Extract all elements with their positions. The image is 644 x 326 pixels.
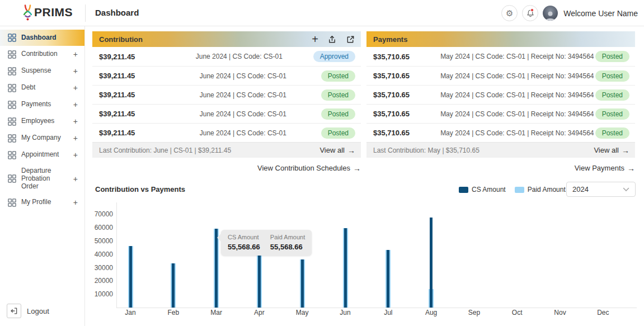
- sidebar-item-my-company[interactable]: My Company+: [0, 130, 84, 147]
- payments-view-all-link[interactable]: View all →: [594, 146, 629, 155]
- table-row[interactable]: $35,710.65May 2024 | CS Code: CS-01 | Re…: [366, 85, 635, 104]
- contribution-link-row: View Contribution Schedules →: [92, 163, 361, 173]
- topbar-right: ⚙ Welcome User Name: [501, 0, 638, 26]
- x-axis-label: Mar: [199, 309, 234, 316]
- sidebar-item-my-profile[interactable]: My Profile+: [0, 194, 84, 211]
- logout-button[interactable]: Logout: [7, 304, 49, 318]
- logout-label: Logout: [27, 307, 49, 315]
- brand[interactable]: PRIMS: [23, 4, 73, 21]
- contribution-panel-title: Contribution: [99, 35, 312, 44]
- grid-icon: [8, 34, 16, 42]
- x-axis-label: Sep: [456, 309, 492, 316]
- x-axis-line: [116, 308, 637, 308]
- status-badge: Posted: [595, 70, 629, 82]
- view-payments-link[interactable]: View Payments →: [575, 164, 635, 173]
- arrow-right-icon: →: [627, 164, 635, 173]
- cs-amount-bar[interactable]: [344, 228, 347, 308]
- row-amount: $35,710.65: [373, 110, 439, 118]
- plus-icon[interactable]: +: [72, 67, 79, 75]
- table-row[interactable]: $35,710.65May 2024 | CS Code: CS-01 | Re…: [366, 66, 635, 85]
- x-axis-label: May: [284, 309, 320, 316]
- plus-icon[interactable]: +: [72, 83, 79, 92]
- welcome-text: Welcome User Name: [563, 9, 638, 18]
- table-row[interactable]: $39,211.45June 2024 | CS Code: CS-01Post…: [92, 85, 361, 104]
- chevron-down-icon: [623, 187, 629, 192]
- x-axis-label: Jun: [327, 309, 363, 316]
- payments-panel-header: Payments: [366, 31, 635, 47]
- settings-button[interactable]: ⚙: [501, 5, 518, 21]
- cs-amount-bar[interactable]: [129, 246, 132, 308]
- paid-amount-swatch: [515, 187, 524, 193]
- page-title: Dashboard: [95, 8, 139, 17]
- cs-amount-bar[interactable]: [258, 248, 261, 308]
- grid-icon: [8, 199, 16, 207]
- table-row[interactable]: $35,710.65May 2024 | CS Code: CS-01 | Re…: [366, 123, 635, 142]
- brand-name: PRIMS: [34, 6, 73, 19]
- sidebar-item-label: Contribution: [21, 50, 67, 58]
- plus-icon[interactable]: +: [72, 100, 79, 109]
- notifications-button[interactable]: [522, 5, 538, 21]
- year-select[interactable]: 2024: [566, 182, 636, 197]
- contribution-panel-header: Contribution +: [92, 31, 361, 47]
- sidebar-item-appointment[interactable]: Appointment+: [0, 147, 84, 163]
- logout-icon: [7, 304, 21, 318]
- contribution-rows: $39,211.45June 2024 | CS Code: CS-01Appr…: [92, 47, 361, 142]
- arrow-right-icon: →: [622, 146, 629, 155]
- tooltip-cs-column: CS Amount 55,568.66: [228, 234, 260, 252]
- sidebar-item-debt[interactable]: Debt+: [0, 79, 84, 96]
- row-amount: $39,211.45: [99, 91, 165, 99]
- last-contribution-summary: Last Contribution: June | CS-01 | $39,21…: [99, 147, 231, 154]
- table-row[interactable]: $39,211.45June 2024 | CS Code: CS-01Post…: [92, 123, 361, 142]
- row-amount: $39,211.45: [99, 129, 165, 137]
- x-axis-label: Feb: [156, 309, 191, 316]
- upload-icon: [327, 35, 337, 44]
- legend-item-paid-amount[interactable]: Paid Amount: [515, 186, 566, 193]
- chart-tooltip: CS Amount 55,568.66 Paid Amount 55,568.6…: [221, 230, 312, 256]
- contribution-view-all-link[interactable]: View all →: [319, 146, 355, 155]
- plus-icon[interactable]: +: [72, 150, 79, 159]
- plus-icon[interactable]: +: [72, 174, 79, 183]
- row-detail: May 2024 | CS Code: CS-01 | Receipt No: …: [439, 72, 595, 80]
- status-badge: Posted: [321, 89, 355, 101]
- status-badge: Posted: [321, 70, 355, 82]
- contribution-panel-footer: Last Contribution: June | CS-01 | $39,21…: [92, 142, 361, 158]
- cs-amount-bar[interactable]: [301, 259, 304, 308]
- sidebar-item-departure-probation-order[interactable]: Departure Probation Order+: [0, 163, 84, 194]
- sidebar-item-payments[interactable]: Payments+: [0, 96, 84, 113]
- grid-icon: [8, 174, 16, 183]
- chart-legend: CS Amount Paid Amount: [459, 186, 566, 193]
- cs-amount-bar[interactable]: [215, 229, 218, 308]
- table-row[interactable]: $39,211.45June 2024 | CS Code: CS-01Post…: [92, 66, 361, 85]
- x-axis-label: Oct: [499, 309, 535, 316]
- x-axis-label: Jan: [112, 309, 148, 316]
- sidebar-item-employees[interactable]: Employees+: [0, 113, 84, 130]
- table-row[interactable]: $35,710.65May 2024 | CS Code: CS-01 | Re…: [366, 104, 635, 123]
- open-contribution-external-button[interactable]: [346, 35, 355, 44]
- sidebar-item-label: Departure Probation Order: [21, 167, 67, 190]
- add-contribution-button[interactable]: +: [312, 34, 318, 45]
- plus-icon[interactable]: +: [72, 134, 79, 143]
- plus-icon[interactable]: +: [72, 117, 79, 126]
- avatar[interactable]: [543, 6, 558, 21]
- row-detail: May 2024 | CS Code: CS-01 | Receipt No: …: [439, 110, 595, 118]
- sidebar-item-suspense[interactable]: Suspense+: [0, 63, 84, 79]
- arrow-right-icon: →: [347, 146, 355, 155]
- last-payment-summary: Last Contribution: May | $35,710.65: [373, 147, 480, 154]
- table-row[interactable]: $35,710.65May 2024 | CS Code: CS-01 | Re…: [366, 47, 635, 66]
- status-badge: Posted: [321, 127, 355, 139]
- plus-icon[interactable]: +: [72, 50, 79, 59]
- cs-amount-bar[interactable]: [172, 263, 175, 308]
- cs-amount-bar[interactable]: [430, 218, 433, 308]
- plus-icon[interactable]: +: [72, 198, 79, 207]
- cs-amount-bar[interactable]: [387, 250, 389, 308]
- status-badge: Posted: [595, 51, 629, 62]
- view-contribution-schedules-link[interactable]: View Contribution Schedules →: [257, 164, 361, 173]
- upload-contribution-button[interactable]: [327, 35, 337, 44]
- table-row[interactable]: $39,211.45June 2024 | CS Code: CS-01Appr…: [92, 47, 361, 66]
- sidebar-item-dashboard[interactable]: Dashboard: [0, 30, 84, 46]
- payments-rows: $35,710.65May 2024 | CS Code: CS-01 | Re…: [366, 47, 635, 142]
- sidebar-item-contribution[interactable]: Contribution+: [0, 46, 84, 63]
- payments-panel-title: Payments: [373, 35, 629, 44]
- table-row[interactable]: $39,211.45June 2024 | CS Code: CS-01Post…: [92, 104, 361, 123]
- legend-item-cs-amount[interactable]: CS Amount: [459, 186, 506, 193]
